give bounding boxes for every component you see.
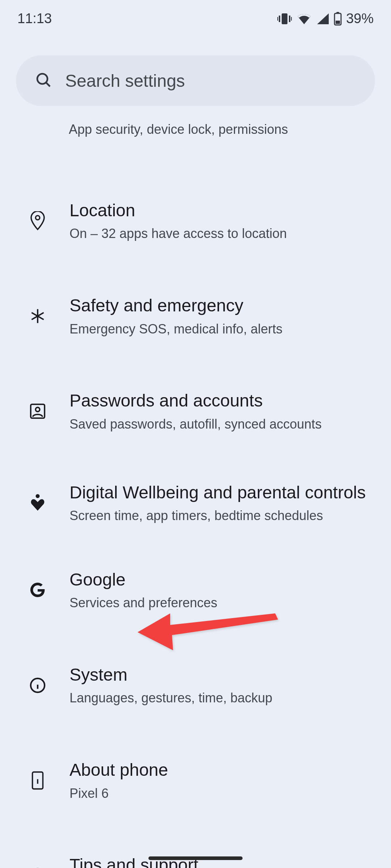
info-circle-icon: [26, 674, 49, 697]
medical-asterisk-icon: [26, 305, 49, 328]
settings-item-safety[interactable]: Safety and emergency Emergency SOS, medi…: [0, 279, 391, 353]
svg-point-12: [35, 407, 40, 412]
svg-rect-3: [277, 17, 278, 21]
svg-rect-1: [279, 16, 280, 22]
status-icons: 39%: [277, 11, 374, 26]
partial-item-subtitle: App security, device lock, permissions: [69, 122, 391, 137]
item-title: Safety and emergency: [70, 294, 375, 317]
navigation-handle[interactable]: [148, 856, 243, 860]
item-subtitle: Screen time, app timers, bedtime schedul…: [70, 507, 375, 524]
google-g-icon: [26, 578, 49, 601]
cellular-signal-icon: [316, 13, 329, 25]
item-subtitle: Pixel 6: [70, 785, 375, 802]
status-time: 11:13: [17, 11, 52, 26]
settings-item-about-phone[interactable]: About phone Pixel 6: [0, 744, 391, 817]
battery-icon: [334, 12, 342, 26]
status-bar: 11:13 39%: [0, 0, 391, 37]
svg-rect-6: [336, 12, 339, 14]
item-title: About phone: [70, 759, 375, 781]
item-subtitle: Services and preferences: [70, 595, 375, 612]
svg-line-9: [46, 83, 50, 86]
settings-item-system[interactable]: System Languages, gestures, time, backup: [0, 648, 391, 722]
phone-info-icon: [26, 769, 49, 792]
svg-point-8: [37, 74, 47, 84]
wellbeing-heart-icon: [26, 491, 49, 514]
item-subtitle: Saved passwords, autofill, synced accoun…: [70, 416, 375, 433]
search-input[interactable]: [65, 71, 356, 91]
svg-point-13: [36, 494, 40, 498]
item-title: Digital Wellbeing and parental controls: [70, 481, 375, 504]
settings-item-passwords[interactable]: Passwords and accounts Saved passwords, …: [0, 374, 391, 448]
settings-item-google[interactable]: Google Services and preferences: [0, 553, 391, 627]
item-subtitle: Languages, gestures, time, backup: [70, 690, 375, 707]
item-subtitle: Emergency SOS, medical info, alerts: [70, 321, 375, 338]
settings-item-location[interactable]: Location On – 32 apps have access to loc…: [0, 184, 391, 258]
svg-rect-2: [289, 16, 290, 22]
svg-rect-0: [282, 13, 287, 24]
battery-percentage: 39%: [346, 11, 374, 26]
settings-item-wellbeing[interactable]: Digital Wellbeing and parental controls …: [0, 466, 391, 540]
item-title: System: [70, 664, 375, 686]
settings-item-tips[interactable]: Tips and support Help articles, phone an…: [0, 839, 391, 868]
item-subtitle: On – 32 apps have access to location: [70, 225, 375, 242]
location-pin-icon: [26, 209, 49, 233]
search-icon: [35, 71, 52, 90]
item-title: Google: [70, 569, 375, 591]
vibrate-icon: [277, 13, 292, 25]
account-box-icon: [26, 400, 49, 423]
svg-point-10: [35, 216, 40, 220]
svg-rect-7: [336, 21, 340, 24]
settings-list: Location On – 32 apps have access to loc…: [0, 170, 391, 868]
help-circle-icon: [26, 864, 49, 868]
search-bar[interactable]: [16, 55, 375, 106]
wifi-icon: [296, 13, 312, 25]
item-title: Location: [70, 199, 375, 222]
svg-rect-4: [291, 17, 292, 21]
item-title: Passwords and accounts: [70, 390, 375, 412]
